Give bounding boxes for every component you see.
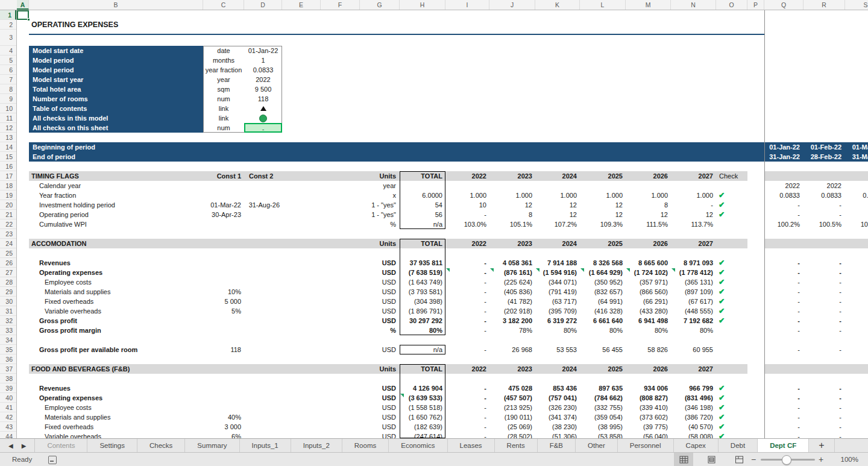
const1-43[interactable]: 3 000 — [203, 422, 244, 432]
m0-22[interactable]: 100.2% — [764, 219, 804, 229]
row-header-35[interactable]: 35 — [0, 345, 16, 354]
year-header-2022[interactable]: 2022 — [445, 239, 489, 248]
y2024-21[interactable]: 12 — [535, 210, 580, 219]
sheet-tab-other[interactable]: Other — [576, 439, 618, 452]
y2027-30[interactable]: (67 617) — [671, 297, 716, 306]
total-21[interactable]: 56 — [400, 210, 445, 219]
y2024-26[interactable]: 7 914 188 — [535, 258, 580, 268]
period-begin-date-0[interactable]: 01-Jan-22 — [764, 142, 804, 152]
zoom-out-button[interactable]: − — [751, 453, 756, 466]
row-header-7[interactable]: 7 — [0, 75, 16, 84]
row-header-30[interactable]: 30 — [0, 297, 16, 306]
year-header-2023[interactable]: 2023 — [489, 171, 535, 181]
year-header-2025[interactable]: 2025 — [580, 171, 626, 181]
units-27[interactable]: USD — [360, 268, 400, 277]
y2023-32[interactable]: 3 182 200 — [489, 316, 535, 326]
y2026-22[interactable]: 111.5% — [626, 219, 671, 229]
y2026-44[interactable]: (56 040) — [626, 432, 671, 438]
y2025-40[interactable]: (784 662) — [580, 393, 626, 403]
m0-35[interactable]: - — [764, 345, 804, 354]
y2022-22[interactable]: 103.0% — [445, 219, 489, 229]
total-19[interactable]: 6.0000 — [400, 190, 445, 200]
sheet-tab-inputs-1[interactable]: Inputs_1 — [240, 439, 291, 452]
row-header-21[interactable]: 21 — [0, 210, 16, 219]
y2022-26[interactable]: - — [445, 258, 489, 268]
y2022-35[interactable]: - — [445, 345, 489, 354]
m1-41[interactable]: - — [804, 403, 845, 412]
y2024-32[interactable]: 6 319 272 — [535, 316, 580, 326]
y2027-39[interactable]: 966 799 — [671, 383, 716, 393]
total-header[interactable]: TOTAL — [400, 171, 445, 181]
year-header-2022[interactable]: 2022 — [445, 364, 489, 374]
y2024-39[interactable]: 853 436 — [535, 383, 580, 393]
row-header-25[interactable]: 25 — [0, 248, 16, 258]
selection-mode-icon[interactable] — [48, 456, 57, 464]
row-header-28[interactable]: 28 — [0, 277, 16, 287]
normal-view-button[interactable] — [674, 453, 693, 466]
row-header-2[interactable]: 2 — [0, 20, 16, 30]
column-header-E[interactable]: E — [282, 0, 321, 10]
units-32[interactable]: USD — [360, 316, 400, 326]
y2026-26[interactable]: 8 665 600 — [626, 258, 671, 268]
m2-20[interactable]: - — [845, 200, 868, 210]
row-header-16[interactable]: 16 — [0, 162, 16, 171]
m0-19[interactable]: 0.0833 — [764, 190, 804, 200]
param-value[interactable]: 1 — [244, 55, 282, 65]
row-label-43[interactable]: Fixed overheads — [29, 422, 203, 432]
column-header-N[interactable]: N — [671, 0, 716, 10]
year-header-2024[interactable]: 2024 — [535, 364, 580, 374]
total-41[interactable]: (1 558 518) — [400, 403, 445, 412]
row-header-27[interactable]: 27 — [0, 268, 16, 277]
m0-31[interactable]: - — [764, 306, 804, 316]
row-label-28[interactable]: Employee costs — [29, 277, 203, 287]
row-header-3[interactable]: 3 — [0, 30, 16, 46]
y2025-22[interactable]: 109.3% — [580, 219, 626, 229]
column-header-Q[interactable]: Q — [764, 0, 804, 10]
column-header-C[interactable]: C — [203, 0, 244, 10]
units-29[interactable]: USD — [360, 287, 400, 297]
y2023-31[interactable]: (202 918) — [489, 306, 535, 316]
year-header-2024[interactable]: 2024 — [535, 239, 580, 248]
row-header-31[interactable]: 31 — [0, 306, 16, 316]
row-header-32[interactable]: 32 — [0, 316, 16, 326]
y2027-31[interactable]: (448 555) — [671, 306, 716, 316]
y2025-35[interactable]: 56 455 — [580, 345, 626, 354]
y2023-27[interactable]: (876 161) — [489, 268, 535, 277]
total-22[interactable]: n/a — [400, 219, 445, 229]
y2025-42[interactable]: (359 054) — [580, 412, 626, 422]
units-42[interactable]: USD — [360, 412, 400, 422]
m1-44[interactable]: - — [804, 432, 845, 438]
y2024-30[interactable]: (63 717) — [535, 297, 580, 306]
y2024-33[interactable]: 80% — [535, 326, 580, 335]
y2027-43[interactable]: (40 570) — [671, 422, 716, 432]
m0-27[interactable]: - — [764, 268, 804, 277]
checks-link-cell[interactable] — [244, 113, 282, 123]
row-header-22[interactable]: 22 — [0, 219, 16, 229]
units-28[interactable]: USD — [360, 277, 400, 287]
row-header-18[interactable]: 18 — [0, 181, 16, 190]
units-41[interactable]: USD — [360, 403, 400, 412]
y2026-20[interactable]: 8 — [626, 200, 671, 210]
year-header-2022[interactable]: 2022 — [445, 171, 489, 181]
row-label-40[interactable]: Operating expenses — [29, 393, 203, 403]
units-31[interactable]: USD — [360, 306, 400, 316]
row-header-11[interactable]: 11 — [0, 113, 16, 123]
year-header-2026[interactable]: 2026 — [626, 364, 671, 374]
row-header-19[interactable]: 19 — [0, 190, 16, 200]
y2027-33[interactable]: 80% — [671, 326, 716, 335]
y2026-42[interactable]: (373 602) — [626, 412, 671, 422]
m1-29[interactable]: - — [804, 287, 845, 297]
y2027-41[interactable]: (346 198) — [671, 403, 716, 412]
row-label-26[interactable]: Revenues — [29, 258, 203, 268]
sheet-tab-capex[interactable]: Capex — [674, 439, 719, 452]
y2022-42[interactable]: - — [445, 412, 489, 422]
row-header-4[interactable]: 4 — [0, 46, 16, 55]
row-header-43[interactable]: 43 — [0, 422, 16, 432]
units-header[interactable]: Units — [360, 239, 400, 248]
const1-30[interactable]: 5 000 — [203, 297, 244, 306]
y2022-39[interactable]: - — [445, 383, 489, 393]
y2022-40[interactable]: - — [445, 393, 489, 403]
row-label-22[interactable]: Cumulative WPI — [29, 219, 203, 229]
row-header-8[interactable]: 8 — [0, 84, 16, 94]
units-header[interactable]: Units — [360, 364, 400, 374]
